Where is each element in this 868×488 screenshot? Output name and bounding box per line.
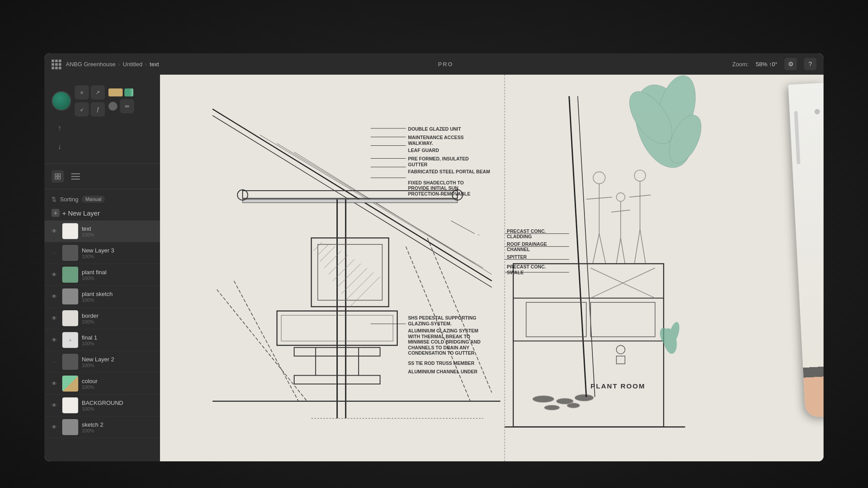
layer-item-background[interactable]: 👁 BACKGROUND 100% — [44, 395, 160, 416]
layer-item-sketch-2[interactable]: 👁 sketch 2 100% — [44, 416, 160, 438]
layer-info-plant-sketch: plant sketch 100% — [82, 291, 155, 303]
layer-opacity: 100% — [82, 406, 155, 412]
layer-info-new-layer-2: New Layer 2 100% — [82, 356, 155, 368]
svg-text:CHANNEL: CHANNEL — [507, 247, 530, 252]
eye-icon-new-layer-2[interactable]: — — [50, 357, 59, 366]
layer-item-text[interactable]: 👁 text 100% — [44, 220, 160, 242]
layer-name: BACKGROUND — [82, 400, 155, 406]
layer-thumb-border — [62, 310, 78, 326]
layer-name: colour — [82, 378, 155, 384]
layer-thumb-colour — [62, 376, 78, 392]
main-content: ≡ ↗ ↙ ƒ ✏ — [44, 75, 824, 461]
eye-icon-background[interactable]: 👁 — [50, 401, 59, 410]
svg-text:WALKWAY.: WALKWAY. — [408, 140, 433, 146]
layer-name: border — [82, 312, 155, 319]
help-button[interactable]: ? — [804, 58, 816, 70]
sort-icon: ⇅ — [52, 196, 56, 203]
svg-text:LEAF GUARD: LEAF GUARD — [408, 148, 439, 153]
eye-icon-sketch-2[interactable]: 👁 — [50, 423, 59, 432]
tool-btn-2[interactable]: ↗ — [91, 85, 105, 100]
color-swatches — [108, 88, 134, 96]
tool-btn-4[interactable]: ƒ — [91, 102, 105, 116]
layer-item-new-layer-3[interactable]: — New Layer 3 100% — [44, 242, 160, 264]
eye-icon-final-1[interactable]: 👁 — [50, 336, 59, 344]
sorting-mode-badge[interactable]: Manual — [82, 196, 105, 203]
layer-thumb-sketch-2 — [62, 419, 78, 435]
opacity-circle[interactable] — [108, 102, 117, 111]
svg-text:PRE FORMED, INSULATED: PRE FORMED, INSULATED — [408, 156, 469, 161]
layer-item-final-1[interactable]: 👁 A final 1 100% — [44, 329, 160, 351]
breadcrumb-layer[interactable]: text — [150, 61, 159, 68]
export-down-button[interactable]: ↓ — [52, 139, 68, 155]
layer-opacity: 100% — [82, 363, 155, 368]
grid-view-button[interactable] — [52, 170, 64, 183]
eye-icon-border[interactable]: 👁 — [50, 314, 59, 323]
left-panel: ≡ ↗ ↙ ƒ ✏ — [44, 75, 160, 461]
svg-text:PROTECTION-REMOVABLE: PROTECTION-REMOVABLE — [408, 191, 470, 196]
layer-item-colour[interactable]: 👁 colour 100% — [44, 373, 160, 395]
svg-text:CLADDING: CLADDING — [507, 234, 532, 239]
layer-thumb-new-layer-2 — [62, 354, 78, 370]
screen: ANBG Greenhouse › Untitled › text PRO Zo… — [44, 53, 824, 461]
svg-point-102 — [567, 403, 580, 408]
svg-rect-3 — [58, 177, 60, 179]
eye-icon-text[interactable]: 👁 — [50, 227, 59, 236]
svg-text:PRECAST CONC.: PRECAST CONC. — [507, 264, 546, 269]
breadcrumb-file[interactable]: Untitled — [123, 61, 142, 68]
svg-text:FABRICATED STEEL PORTAL BEAM: FABRICATED STEEL PORTAL BEAM — [408, 169, 490, 174]
svg-point-101 — [544, 405, 560, 410]
topbar-right: Zoom: 58% ↑0° ⚙ ? — [732, 58, 816, 70]
layer-opacity: 100% — [82, 254, 155, 259]
eye-icon-colour[interactable]: 👁 — [50, 379, 59, 388]
eye-icon-plant-sketch[interactable]: 👁 — [50, 292, 59, 301]
export-up-button[interactable]: ↑ — [52, 120, 68, 136]
svg-text:PLANT ROOM: PLANT ROOM — [591, 382, 645, 390]
svg-text:MAINTENANCE ACCESS: MAINTENANCE ACCESS — [408, 135, 464, 140]
svg-text:SPITTER: SPITTER — [507, 254, 527, 260]
new-layer-button[interactable]: + + New Layer — [44, 205, 160, 220]
canvas-area[interactable]: DOUBLE GLAZED UNIT MAINTENANCE ACCESS WA… — [160, 75, 824, 461]
svg-text:SHS PEDESTAL SUPPORTING: SHS PEDESTAL SUPPORTING — [408, 315, 476, 320]
zoom-value[interactable]: 58% ↑0° — [756, 61, 777, 68]
layers-list: 👁 text 100% — New Layer 3 100% — [44, 220, 160, 456]
layer-opacity: 100% — [82, 319, 155, 324]
swatch-tan[interactable] — [108, 88, 123, 96]
svg-text:←: ← — [477, 232, 481, 237]
tool-btn-1[interactable]: ≡ — [75, 85, 89, 100]
layer-thumb-text — [62, 223, 78, 239]
apps-grid-icon[interactable] — [52, 60, 60, 68]
layer-info-text: text 100% — [82, 225, 155, 237]
tool-btn-3[interactable]: ↙ — [75, 102, 89, 116]
svg-text:CONDENSATION TO GUTTER: CONDENSATION TO GUTTER — [408, 350, 475, 356]
svg-text:CHANNELS TO DRAIN ANY: CHANNELS TO DRAIN ANY — [408, 345, 469, 350]
layer-item-plant-sketch[interactable]: 👁 plant sketch 100% — [44, 286, 160, 308]
layer-opacity: 100% — [82, 232, 155, 237]
settings-button[interactable]: ⚙ — [784, 58, 797, 70]
layer-name: New Layer 3 — [82, 247, 155, 254]
pen-tool[interactable]: ✏ — [120, 99, 134, 113]
svg-point-98 — [532, 396, 554, 402]
layer-name: sketch 2 — [82, 421, 155, 428]
breadcrumb-sep1: › — [118, 61, 120, 68]
svg-text:ROOF DRAINAGE: ROOF DRAINAGE — [507, 241, 547, 247]
color-wheel[interactable] — [52, 91, 71, 111]
eye-icon-plant-final[interactable]: 👁 — [50, 270, 59, 279]
eye-icon-new-layer-3[interactable]: — — [50, 248, 59, 257]
sorting-row: ⇅ Sorting Manual — [44, 193, 160, 205]
layer-item-border[interactable]: 👁 border 100% — [44, 308, 160, 329]
panel-icon-row — [44, 168, 160, 185]
svg-text:GUTTER: GUTTER — [408, 162, 428, 167]
layer-info-sketch-2: sketch 2 100% — [82, 421, 155, 433]
breadcrumb-project[interactable]: ANBG Greenhouse — [66, 61, 116, 68]
layer-item-new-layer-2[interactable]: — New Layer 2 100% — [44, 351, 160, 373]
layer-item-plant-final[interactable]: 👁 plant final 100% — [44, 264, 160, 286]
divider-2 — [44, 189, 160, 189]
swatch-green[interactable] — [124, 88, 133, 96]
sorting-label: Sorting — [60, 196, 78, 203]
topbar: ANBG Greenhouse › Untitled › text PRO Zo… — [44, 53, 824, 75]
svg-text:FIXED SHADECLOTH TO: FIXED SHADECLOTH TO — [408, 180, 464, 185]
layer-info-colour: colour 100% — [82, 378, 155, 390]
pro-badge: PRO — [164, 61, 727, 68]
hamburger-menu-button[interactable] — [69, 170, 82, 183]
layer-name: final 1 — [82, 334, 155, 341]
